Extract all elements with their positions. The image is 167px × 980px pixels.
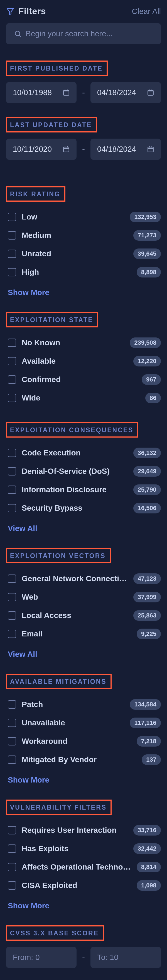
- count-badge: 134,584: [130, 699, 161, 710]
- filter-option[interactable]: General Network Connectivity47,123: [6, 570, 161, 588]
- count-badge: 132,953: [130, 212, 161, 222]
- option-label: Confirmed: [22, 375, 61, 384]
- filters-title: Filters: [18, 6, 46, 16]
- option-label: General Network Connectivity: [22, 574, 129, 583]
- checkbox[interactable]: [8, 574, 16, 583]
- count-badge: 137: [142, 754, 161, 765]
- checkbox[interactable]: [8, 250, 16, 258]
- checkbox[interactable]: [8, 881, 16, 889]
- checkbox[interactable]: [8, 504, 16, 512]
- filter-option[interactable]: CISA Exploited1,098: [6, 876, 161, 895]
- checkbox[interactable]: [8, 394, 16, 402]
- svg-rect-10: [63, 147, 69, 152]
- count-badge: 7,218: [137, 736, 161, 746]
- option-label: Denial-Of-Service (DoS): [22, 467, 110, 476]
- filters-header-left: Filters: [6, 6, 46, 16]
- checkbox[interactable]: [8, 485, 16, 494]
- filter-option[interactable]: Email9,225: [6, 625, 161, 643]
- search-input[interactable]: [25, 29, 153, 38]
- checkbox[interactable]: [8, 213, 16, 221]
- filter-option[interactable]: Workaround7,218: [6, 732, 161, 751]
- filter-option[interactable]: Local Access25,863: [6, 606, 161, 625]
- filter-option[interactable]: Affects Operational Technology8,814: [6, 858, 161, 876]
- filter-option[interactable]: Wide86: [6, 389, 161, 407]
- filter-option[interactable]: Mitigated By Vendor137: [6, 751, 161, 769]
- filter-option[interactable]: Information Disclosure25,790: [6, 480, 161, 499]
- filter-option[interactable]: Requires User Interaction33,716: [6, 821, 161, 840]
- option-label: Code Execution: [22, 449, 81, 457]
- checkbox[interactable]: [8, 826, 16, 834]
- option-label: Low: [22, 213, 37, 221]
- range-separator: -: [81, 953, 86, 962]
- last-updated-from[interactable]: 10/11/2020: [6, 138, 77, 160]
- filter-option[interactable]: No Known239,508: [6, 334, 161, 352]
- risk-heading: RISK RATING: [6, 186, 65, 202]
- option-label: Unavailable: [22, 718, 65, 727]
- first-published-heading: FIRST PUBLISHED DATE: [6, 60, 108, 76]
- checkbox[interactable]: [8, 756, 16, 764]
- filter-option[interactable]: Low132,953: [6, 208, 161, 226]
- filter-option[interactable]: Code Execution36,132: [6, 444, 161, 462]
- search-box[interactable]: [6, 23, 161, 45]
- svg-rect-2: [63, 91, 69, 95]
- filter-option[interactable]: Unavailable117,116: [6, 714, 161, 732]
- expl_vec-heading: EXPLOITATION VECTORS: [6, 548, 111, 563]
- filter-option[interactable]: Medium71,273: [6, 226, 161, 245]
- count-badge: 33,716: [133, 825, 161, 835]
- option-label: Mitigated By Vendor: [22, 755, 96, 764]
- checkbox[interactable]: [8, 449, 16, 457]
- count-badge: 36,132: [133, 448, 161, 458]
- count-badge: 32,442: [133, 843, 161, 854]
- filter-option[interactable]: Patch134,584: [6, 695, 161, 714]
- score-to-input[interactable]: To: 10: [90, 947, 161, 968]
- checkbox[interactable]: [8, 611, 16, 620]
- expl_cons-section: EXPLOITATION CONSEQUENCESCode Execution3…: [6, 422, 161, 546]
- first-published-to[interactable]: 04/18/2024: [90, 82, 161, 103]
- view-all-link[interactable]: View All: [6, 643, 161, 671]
- filter-option[interactable]: Web37,999: [6, 588, 161, 606]
- filter-option[interactable]: Confirmed967: [6, 371, 161, 389]
- expl_cons-heading: EXPLOITATION CONSEQUENCES: [6, 422, 138, 438]
- checkbox[interactable]: [8, 357, 16, 365]
- checkbox[interactable]: [8, 467, 16, 476]
- first-published-from[interactable]: 10/01/1988: [6, 82, 77, 103]
- checkbox[interactable]: [8, 845, 16, 853]
- last-updated-range: 10/11/2020 - 04/18/2024: [6, 138, 161, 160]
- option-label: High: [22, 268, 39, 277]
- checkbox[interactable]: [8, 593, 16, 601]
- checkbox[interactable]: [8, 700, 16, 709]
- count-badge: 1,098: [137, 880, 161, 891]
- option-label: Information Disclosure: [22, 485, 107, 494]
- option-label: No Known: [22, 338, 60, 347]
- checkbox[interactable]: [8, 231, 16, 240]
- filter-option[interactable]: Security Bypass16,506: [6, 499, 161, 517]
- show-more-link[interactable]: Show More: [6, 282, 161, 310]
- checkbox[interactable]: [8, 268, 16, 276]
- filter-option[interactable]: Available12,220: [6, 352, 161, 371]
- last-updated-to[interactable]: 04/18/2024: [90, 138, 161, 160]
- mitig-heading: AVAILABLE MITIGATIONS: [6, 674, 112, 689]
- filter-option[interactable]: Denial-Of-Service (DoS)29,649: [6, 462, 161, 480]
- checkbox[interactable]: [8, 737, 16, 745]
- filter-option[interactable]: Unrated39,645: [6, 245, 161, 263]
- checkbox[interactable]: [8, 339, 16, 347]
- clear-all-button[interactable]: Clear All: [132, 7, 161, 16]
- checkbox[interactable]: [8, 719, 16, 727]
- count-badge: 47,123: [133, 573, 161, 584]
- range-separator: -: [81, 88, 86, 97]
- checkbox[interactable]: [8, 630, 16, 638]
- count-badge: 117,116: [130, 718, 161, 728]
- mitig-section: AVAILABLE MITIGATIONSPatch134,584Unavail…: [6, 674, 161, 797]
- option-label: Available: [22, 357, 56, 366]
- checkbox[interactable]: [8, 863, 16, 871]
- view-all-link[interactable]: View All: [6, 517, 161, 546]
- show-more-link[interactable]: Show More: [6, 895, 161, 923]
- show-more-link[interactable]: Show More: [6, 769, 161, 797]
- checkbox[interactable]: [8, 375, 16, 384]
- score-range: From: 0-To: 10: [6, 947, 161, 968]
- score-from-input[interactable]: From: 0: [6, 947, 77, 968]
- count-badge: 8,898: [137, 267, 161, 277]
- calendar-icon: [63, 146, 70, 153]
- filter-option[interactable]: High8,898: [6, 263, 161, 282]
- filter-option[interactable]: Has Exploits32,442: [6, 840, 161, 858]
